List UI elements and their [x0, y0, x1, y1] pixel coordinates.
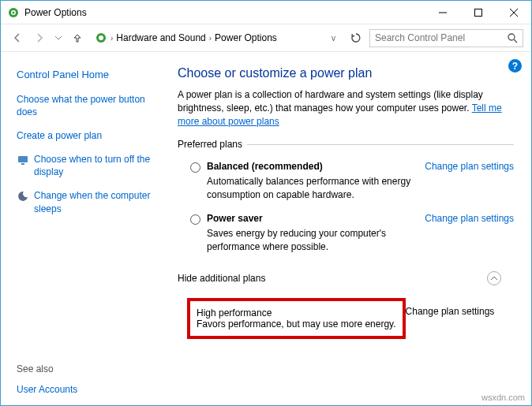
power-options-icon	[7, 6, 20, 19]
page-description: A power plan is a collection of hardware…	[178, 88, 514, 128]
window-title: Power Options	[24, 7, 87, 18]
preferred-plans-label: Preferred plans	[178, 139, 247, 150]
plan-high-performance-desc: Favors performance, but may use more ene…	[197, 318, 396, 330]
refresh-button[interactable]	[347, 29, 365, 47]
hide-additional-label[interactable]: Hide additional plans	[178, 273, 265, 284]
close-button[interactable]	[496, 1, 531, 24]
main-content: Choose or customize a power plan A power…	[168, 52, 531, 404]
chevron-right-icon: ›	[209, 34, 212, 43]
breadcrumb-dropdown-icon[interactable]: v	[332, 34, 335, 43]
radio-power-saver[interactable]	[190, 214, 200, 225]
page-heading: Choose or customize a power plan	[178, 66, 514, 80]
svg-rect-11	[18, 156, 28, 162]
chevron-right-icon: ›	[111, 34, 113, 43]
sidebar: Control Panel Home Choose what the power…	[1, 52, 168, 404]
moon-icon	[17, 189, 29, 203]
window-title-area: Power Options	[7, 6, 425, 19]
recent-dropdown[interactable]	[53, 29, 64, 47]
window-controls	[425, 1, 531, 24]
svg-point-2	[13, 11, 15, 13]
change-settings-high-performance[interactable]: Change plan settings	[406, 306, 495, 317]
plan-balanced-desc: Automatically balances performance with …	[207, 175, 417, 202]
radio-balanced[interactable]	[190, 162, 200, 173]
forward-button[interactable]	[31, 29, 48, 47]
breadcrumb[interactable]: › Hardware and Sound › Power Options v	[91, 29, 343, 47]
svg-rect-4	[474, 9, 481, 16]
breadcrumb-power-options[interactable]: Power Options	[215, 32, 277, 43]
sidebar-link-create-plan[interactable]: Create a power plan	[17, 129, 159, 142]
change-settings-power-saver[interactable]: Change plan settings	[425, 213, 514, 224]
sidebar-link-computer-sleeps[interactable]: Change when the computer sleeps	[34, 189, 159, 214]
control-panel-home-link[interactable]: Control Panel Home	[17, 68, 159, 82]
plan-high-performance-name: High performance	[197, 307, 396, 318]
control-panel-icon	[95, 32, 107, 44]
svg-rect-12	[21, 163, 24, 165]
additional-plans-group: Hide additional plans High performance F…	[178, 271, 514, 339]
sidebar-see-also: See also User Accounts	[17, 363, 77, 395]
plan-balanced-name: Balanced (recommended)	[207, 161, 417, 172]
plan-balanced: Balanced (recommended) Automatically bal…	[178, 158, 514, 210]
maximize-button[interactable]	[460, 1, 496, 24]
search-placeholder: Search Control Panel	[375, 32, 465, 43]
preferred-plans-group: Preferred plans Balanced (recommended) A…	[178, 139, 514, 261]
see-also-label: See also	[17, 363, 77, 374]
watermark: wsxdn.com	[481, 393, 525, 402]
svg-point-8	[99, 35, 103, 40]
title-bar: Power Options	[1, 1, 531, 24]
user-accounts-link[interactable]: User Accounts	[17, 384, 77, 395]
sidebar-link-power-button[interactable]: Choose what the power button does	[17, 93, 159, 118]
up-button[interactable]	[69, 29, 86, 47]
display-icon	[17, 153, 29, 166]
sidebar-link-turn-off-display[interactable]: Choose when to turn off the display	[34, 153, 159, 178]
search-input[interactable]: Search Control Panel	[369, 29, 523, 47]
breadcrumb-hardware[interactable]: Hardware and Sound	[116, 32, 205, 43]
search-icon	[508, 33, 518, 43]
change-settings-balanced[interactable]: Change plan settings	[425, 161, 514, 172]
collapse-icon[interactable]	[487, 271, 501, 285]
plan-power-saver-desc: Saves energy by reducing your computer's…	[207, 227, 417, 254]
plan-power-saver: Power saver Saves energy by reducing you…	[178, 210, 514, 262]
nav-bar: › Hardware and Sound › Power Options v S…	[1, 24, 531, 52]
svg-line-10	[514, 39, 517, 43]
plan-power-saver-name: Power saver	[207, 213, 417, 224]
plan-high-performance-highlight: High performance Favors performance, but…	[187, 298, 406, 339]
back-button[interactable]	[9, 29, 26, 47]
minimize-button[interactable]	[425, 1, 460, 24]
help-icon[interactable]: ?	[508, 59, 522, 73]
svg-point-9	[508, 34, 515, 40]
